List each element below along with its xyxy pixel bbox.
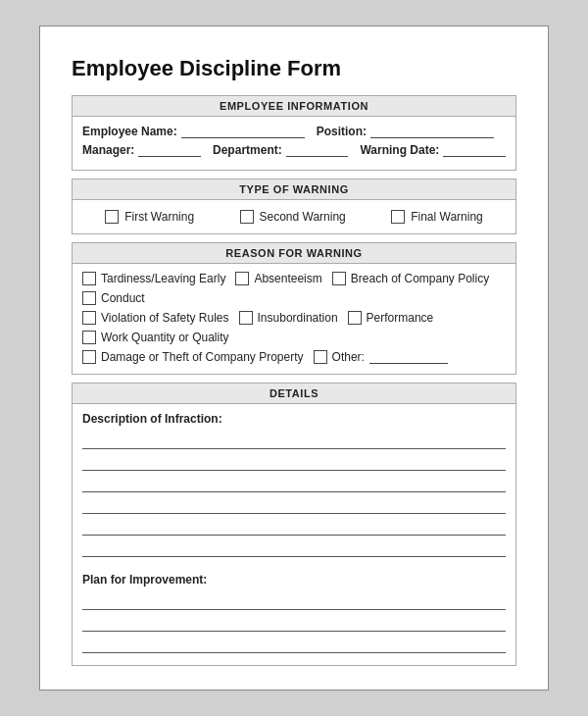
breach-item: Breach of Company Policy	[332, 272, 489, 285]
second-warning-label: Second Warning	[260, 210, 346, 224]
second-warning-item: Second Warning	[240, 210, 346, 224]
type-warning-section: TYPE OF WARNING First Warning Second War…	[72, 179, 516, 234]
reason-row-2: Violation of Safety Rules Insubordinatio…	[82, 311, 506, 344]
plan-line-3[interactable]	[82, 636, 506, 653]
description-line-6[interactable]	[82, 539, 506, 557]
description-line-1[interactable]	[82, 432, 506, 449]
tardiness-item: Tardiness/Leaving Early	[82, 272, 225, 285]
department-label: Department:	[213, 143, 282, 157]
conduct-checkbox[interactable]	[82, 291, 96, 305]
insubordination-checkbox[interactable]	[239, 311, 253, 325]
department-field[interactable]	[286, 143, 349, 157]
details-body: Description of Infraction: Plan for Impr…	[72, 404, 516, 666]
details-header: DETAILS	[72, 383, 516, 404]
reason-header: REASON FOR WARNING	[72, 242, 516, 264]
breach-checkbox[interactable]	[332, 272, 346, 285]
form-title: Employee Discipline Form	[72, 56, 516, 81]
manager-label: Manager:	[82, 143, 134, 157]
description-line-3[interactable]	[82, 475, 506, 492]
reason-section: REASON FOR WARNING Tardiness/Leaving Ear…	[72, 242, 516, 375]
work-quality-item: Work Quantity or Quality	[82, 331, 229, 344]
safety-item: Violation of Safety Rules	[82, 311, 229, 325]
conduct-label: Conduct	[101, 291, 145, 305]
plan-line-1[interactable]	[82, 592, 506, 610]
breach-label: Breach of Company Policy	[351, 272, 489, 285]
employee-name-row: Employee Name: Position:	[82, 125, 506, 138]
position-field[interactable]	[370, 125, 494, 138]
first-warning-label: First Warning	[124, 210, 194, 224]
reason-row-3: Damage or Theft of Company Property Othe…	[82, 350, 506, 364]
work-quality-checkbox[interactable]	[82, 331, 96, 344]
description-line-5[interactable]	[82, 518, 506, 536]
details-section: DETAILS Description of Infraction: Plan …	[72, 383, 516, 666]
insubordination-label: Insubordination	[258, 311, 338, 325]
damage-checkbox[interactable]	[82, 350, 96, 364]
reason-body: Tardiness/Leaving Early Absenteeism Brea…	[72, 264, 516, 375]
performance-checkbox[interactable]	[348, 311, 362, 325]
form-container: Employee Discipline Form EMPLOYEE INFORM…	[39, 26, 549, 690]
other-label: Other:	[332, 350, 365, 364]
absenteeism-item: Absenteeism	[235, 272, 321, 285]
final-warning-item: Final Warning	[391, 210, 483, 224]
safety-checkbox[interactable]	[82, 311, 96, 325]
other-item: Other:	[314, 350, 448, 364]
warning-options-row: First Warning Second Warning Final Warni…	[72, 200, 516, 234]
other-checkbox[interactable]	[314, 350, 327, 364]
other-field[interactable]	[369, 350, 448, 364]
performance-label: Performance	[367, 311, 434, 325]
absenteeism-label: Absenteeism	[254, 272, 321, 285]
performance-item: Performance	[348, 311, 434, 325]
safety-label: Violation of Safety Rules	[101, 311, 229, 325]
first-warning-item: First Warning	[105, 210, 194, 224]
plan-label: Plan for Improvement:	[82, 573, 506, 587]
plan-line-2[interactable]	[82, 614, 506, 632]
final-warning-checkbox[interactable]	[391, 210, 405, 224]
employee-info-body: Employee Name: Position: Manager: Depart…	[72, 117, 516, 171]
type-warning-header: TYPE OF WARNING	[72, 179, 516, 200]
employee-info-header: EMPLOYEE INFORMATION	[72, 95, 516, 117]
insubordination-item: Insubordination	[239, 311, 338, 325]
tardiness-label: Tardiness/Leaving Early	[101, 272, 225, 285]
description-line-4[interactable]	[82, 496, 506, 514]
manager-row: Manager: Department: Warning Date:	[82, 143, 506, 157]
second-warning-checkbox[interactable]	[240, 210, 254, 224]
warning-date-label: Warning Date:	[360, 143, 439, 157]
damage-item: Damage or Theft of Company Property	[82, 350, 304, 364]
description-line-2[interactable]	[82, 453, 506, 471]
warning-date-field[interactable]	[443, 143, 506, 157]
absenteeism-checkbox[interactable]	[235, 272, 249, 285]
manager-field[interactable]	[138, 143, 201, 157]
damage-label: Damage or Theft of Company Property	[101, 350, 304, 364]
final-warning-label: Final Warning	[411, 210, 483, 224]
work-quality-label: Work Quantity or Quality	[101, 331, 229, 344]
position-label: Position:	[317, 125, 367, 138]
reason-row-1: Tardiness/Leaving Early Absenteeism Brea…	[82, 272, 506, 305]
conduct-item: Conduct	[82, 291, 145, 305]
tardiness-checkbox[interactable]	[82, 272, 96, 285]
employee-name-field[interactable]	[181, 125, 305, 138]
first-warning-checkbox[interactable]	[105, 210, 119, 224]
plan-section: Plan for Improvement:	[82, 573, 506, 653]
employee-name-label: Employee Name:	[82, 125, 177, 138]
description-label: Description of Infraction:	[82, 412, 506, 426]
